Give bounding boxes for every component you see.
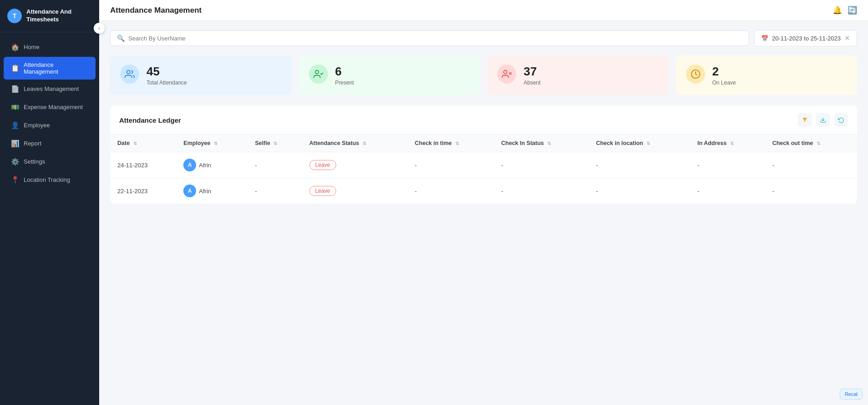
sidebar-item-home[interactable]: 🏠 Home [4,39,96,56]
absent-label: Absent [524,80,540,86]
sidebar-item-settings[interactable]: ⚙️ Settings [4,153,96,170]
cell-checkin-location-0: - [589,152,690,178]
col-in-address: In Address ⇅ [690,135,765,152]
content-area: 🔍 📅 20-11-2023 to 25-11-2023 ✕ 45 [99,21,868,405]
leaves-icon: 📄 [11,85,19,93]
date-range-picker[interactable]: 📅 20-11-2023 to 25-11-2023 ✕ [754,30,857,46]
download-button[interactable] [816,113,830,127]
main-content: Attendance Management 🔔 🔄 🔍 📅 20-11-2023… [99,0,868,405]
table-row: 24-11-2023 A Afrin - Leave - - - - - [110,152,857,178]
notification-icon[interactable]: 🔔 [833,5,842,15]
onleave-label: On Leave [712,80,736,86]
sidebar-item-expense[interactable]: 💵 Expense Management [4,99,96,116]
cell-selfie-0: - [248,152,302,178]
stat-card-total: 45 Total Attendance [110,55,292,95]
table-header-row: Date ⇅ Employee ⇅ Selfie ⇅ Attendance St… [110,135,857,152]
cell-checkout-time-0: - [765,152,857,178]
cell-checkout-time-1: - [765,178,857,204]
cell-checkin-time-0: - [408,152,494,178]
sidebar-item-report-label: Report [24,140,41,147]
stat-info-total: 45 Total Attendance [146,65,187,86]
stats-row: 45 Total Attendance 6 Present [110,55,857,95]
stat-info-onleave: 2 On Leave [712,65,736,86]
col-check-in-location: Check in location ⇅ [589,135,690,152]
present-label: Present [335,80,354,86]
sidebar-logo: T Attendance And Timesheets [0,0,99,32]
search-box: 🔍 [110,30,749,46]
absent-icon [497,65,516,84]
svg-point-1 [315,70,318,74]
sidebar-item-location-label: Location Tracking [24,176,70,183]
cell-in-address-1: - [690,178,765,204]
topbar: Attendance Management 🔔 🔄 [99,0,868,21]
sidebar-item-expense-label: Expense Management [24,104,83,110]
stat-info-present: 6 Present [335,65,354,86]
sidebar-toggle[interactable]: ‹ [94,23,105,34]
sidebar: T Attendance And Timesheets ‹ 🏠 Home 📋 A… [0,0,99,405]
total-label: Total Attendance [146,80,187,86]
sidebar-item-employee-label: Employee [24,122,50,129]
cell-status-1: Leave [302,178,408,204]
cell-in-address-0: - [690,152,765,178]
present-icon [309,65,328,84]
cell-checkin-location-1: - [589,178,690,204]
onleave-number: 2 [712,65,736,79]
stat-card-onleave: 2 On Leave [676,55,858,95]
refresh-table-button[interactable] [834,113,848,127]
sidebar-item-leaves[interactable]: 📄 Leaves Management [4,80,96,98]
col-check-out-time: Check out time ⇅ [765,135,857,152]
svg-point-2 [504,70,507,74]
cell-checkin-status-0: - [494,152,589,178]
home-icon: 🏠 [11,43,19,51]
cell-status-0: Leave [302,152,408,178]
recal-button[interactable]: Recal [840,389,863,400]
stat-card-absent: 37 Absent [487,55,669,95]
logo-text: Attendance And Timesheets [26,8,71,24]
date-range-close[interactable]: ✕ [844,34,850,42]
toolbar: 🔍 📅 20-11-2023 to 25-11-2023 ✕ [110,30,857,46]
cell-date-1: 22-11-2023 [110,178,176,204]
calendar-icon: 📅 [761,35,768,42]
filter-button[interactable] [798,113,812,127]
total-attendance-icon [120,65,139,84]
absent-number: 37 [524,65,540,79]
sidebar-item-leaves-label: Leaves Management [24,85,79,92]
col-date: Date ⇅ [110,135,176,152]
onleave-icon [686,65,705,84]
col-attendance-status: Attendance Status ⇅ [302,135,408,152]
refresh-icon[interactable]: 🔄 [848,5,857,15]
col-employee: Employee ⇅ [176,135,247,152]
table-actions [798,113,848,127]
search-input[interactable] [128,35,742,42]
cell-checkin-time-1: - [408,178,494,204]
logo-icon: T [7,9,22,23]
employee-icon: 👤 [11,121,19,130]
table-section: Attendance Ledger Date ⇅ [110,106,857,204]
cell-selfie-1: - [248,178,302,204]
col-selfie: Selfie ⇅ [248,135,302,152]
cell-employee-0: A Afrin [176,152,247,178]
total-number: 45 [146,65,187,79]
col-check-in-status: Check In Status ⇅ [494,135,589,152]
settings-icon: ⚙️ [11,158,19,166]
svg-point-0 [127,70,130,74]
stat-info-absent: 37 Absent [524,65,540,86]
sidebar-item-employee[interactable]: 👤 Employee [4,117,96,134]
sidebar-item-location[interactable]: 📍 Location Tracking [4,171,96,189]
stat-card-present: 6 Present [299,55,480,95]
cell-employee-1: A Afrin [176,178,247,204]
location-icon: 📍 [11,176,19,184]
sidebar-item-report[interactable]: 📊 Report [4,135,96,152]
date-range-value: 20-11-2023 to 25-11-2023 [772,35,841,42]
cell-checkin-status-1: - [494,178,589,204]
report-icon: 📊 [11,140,19,148]
sidebar-item-home-label: Home [24,44,40,50]
table-header: Attendance Ledger [110,106,857,135]
sidebar-item-attendance[interactable]: 📋 Attendance Management [4,57,96,80]
col-check-in-time: Check in time ⇅ [408,135,494,152]
sidebar-item-attendance-label: Attendance Management [24,61,88,75]
attendance-table: Date ⇅ Employee ⇅ Selfie ⇅ Attendance St… [110,135,857,204]
table-row: 22-11-2023 A Afrin - Leave - - - - - [110,178,857,204]
attendance-icon: 📋 [11,64,19,72]
page-title: Attendance Management [110,6,202,15]
